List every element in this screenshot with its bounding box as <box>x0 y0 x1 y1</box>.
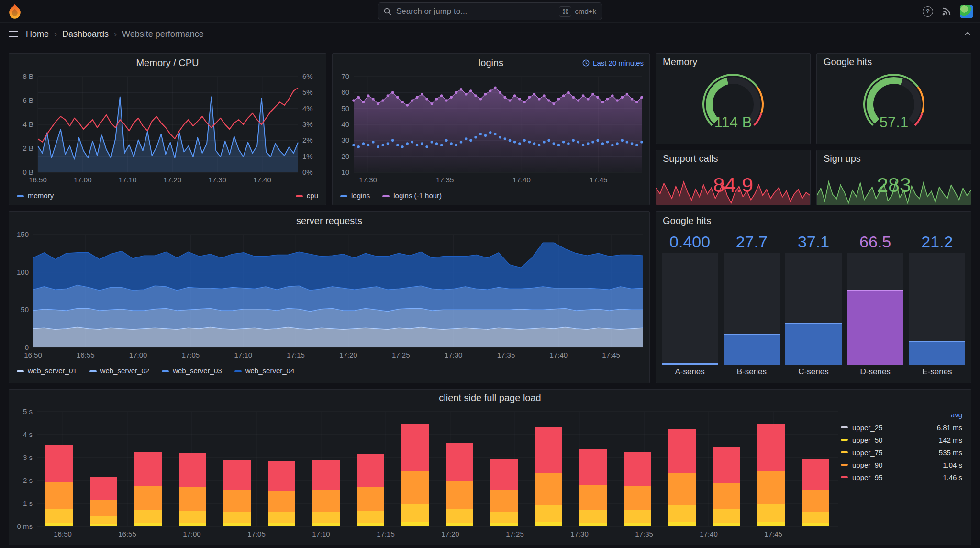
svg-text:17:20: 17:20 <box>339 351 357 359</box>
legend-item-upper_95[interactable]: upper_951.46 s <box>841 471 962 483</box>
breadcrumb-separator: › <box>114 29 117 39</box>
breadcrumb-current-dashboard: Website performance <box>122 29 204 39</box>
svg-text:0%: 0% <box>302 168 313 176</box>
logins-legend: loginslogins (-1 hour) <box>333 187 649 204</box>
panel-time-range[interactable]: Last 20 minutes <box>582 54 644 72</box>
legend-avg-value: 535 ms <box>939 448 962 457</box>
breadcrumb-home[interactable]: Home <box>26 29 49 39</box>
user-avatar[interactable] <box>960 5 973 18</box>
bar-gauge-label: B-series <box>724 365 780 379</box>
panel-title-google-hits[interactable]: Google hits <box>824 56 872 67</box>
menu-toggle-icon[interactable] <box>9 31 18 37</box>
svg-text:2 s: 2 s <box>23 476 33 484</box>
svg-text:4%: 4% <box>302 104 313 112</box>
panel-title-sign-ups[interactable]: Sign ups <box>824 153 861 164</box>
legend-item-web-server-03[interactable]: web_server_03 <box>162 367 222 375</box>
svg-text:17:20: 17:20 <box>441 530 459 538</box>
bar-gauge-b-series[interactable]: 27.7B-series <box>724 231 780 379</box>
svg-text:17:45: 17:45 <box>764 530 782 538</box>
svg-text:3%: 3% <box>302 120 313 128</box>
grafana-app: Search or jump to... ⌘ cmd+k ? Home <box>0 0 980 548</box>
client-load-chart[interactable]: 16:5016:5517:0017:0517:1017:1517:2017:25… <box>9 406 841 545</box>
bar-gauge-e-series[interactable]: 21.2E-series <box>909 231 965 379</box>
legend-swatch <box>296 195 303 197</box>
legend-item-memory[interactable]: memory <box>17 191 54 200</box>
legend-avg-value: 6.81 ms <box>937 424 962 432</box>
legend-item-upper_90[interactable]: upper_901.04 s <box>841 459 962 471</box>
bar-gauge-d-series[interactable]: 66.5D-series <box>847 231 903 379</box>
legend-item-upper_75[interactable]: upper_75535 ms <box>841 446 962 459</box>
svg-text:17:45: 17:45 <box>602 351 620 359</box>
legend-item-cpu[interactable]: cpu <box>296 191 318 200</box>
google-hits-bar-gauge: 0.400A-series27.7B-series37.1C-series66.… <box>656 230 971 383</box>
bar-gauge-track <box>847 253 903 365</box>
panel-title-server-requests[interactable]: server requests <box>296 215 362 226</box>
panel-title-memory[interactable]: Memory <box>663 56 697 67</box>
bar-gauge-fill <box>724 334 780 365</box>
bar-gauge-label: C-series <box>785 365 841 379</box>
svg-text:4 s: 4 s <box>23 430 33 438</box>
gauge-value: 57.1 <box>880 114 908 131</box>
panel-support-calls: Support calls 84.9 <box>656 150 811 205</box>
svg-text:17:05: 17:05 <box>247 530 266 538</box>
legend-item-upper_25[interactable]: upper_256.81 ms <box>841 421 962 434</box>
svg-text:17:40: 17:40 <box>550 351 568 359</box>
logins-chart[interactable]: 17:3017:3517:4017:4510203040506070 <box>333 72 649 187</box>
bar-gauge-a-series[interactable]: 0.400A-series <box>662 231 718 379</box>
legend-swatch <box>841 464 848 466</box>
svg-text:8 B: 8 B <box>22 72 33 80</box>
panel-title-support-calls[interactable]: Support calls <box>663 153 718 164</box>
legend-item-web-server-04[interactable]: web_server_04 <box>234 367 295 375</box>
search-input[interactable]: Search or jump to... ⌘ cmd+k <box>378 2 602 20</box>
svg-text:17:15: 17:15 <box>377 530 395 538</box>
client-load-legend: avgupper_256.81 msupper_50142 msupper_75… <box>841 406 970 545</box>
svg-text:0 B: 0 B <box>22 168 33 176</box>
svg-text:100: 100 <box>17 268 29 276</box>
panel-server-requests: server requests 16:5016:5517:0017:0517:1… <box>9 211 650 383</box>
legend-item-logins[interactable]: logins <box>340 191 370 200</box>
legend-series-name: upper_50 <box>852 436 882 444</box>
panel-title-logins[interactable]: logins <box>479 57 503 68</box>
legend-swatch <box>340 195 347 197</box>
legend-item-web-server-02[interactable]: web_server_02 <box>89 367 150 375</box>
sign-ups-value: 283 <box>817 167 971 203</box>
svg-text:17:30: 17:30 <box>208 176 226 184</box>
google-hits-gauge: 57.1 <box>817 70 971 144</box>
bar-gauge-value: 21.2 <box>909 231 965 253</box>
search-icon <box>384 8 391 15</box>
breadcrumb-dashboards[interactable]: Dashboards <box>62 29 109 39</box>
svg-text:40: 40 <box>341 120 349 128</box>
legend-swatch <box>162 370 169 372</box>
panel-title-client-load[interactable]: client side full page load <box>439 392 541 403</box>
breadcrumb: Home › Dashboards › Website performance <box>26 29 204 39</box>
memory-cpu-chart[interactable]: 16:5017:0017:1017:2017:3017:400 B2 B4 B6… <box>9 72 326 187</box>
legend-avg-value: 142 ms <box>939 436 962 444</box>
svg-text:70: 70 <box>341 72 349 80</box>
svg-text:5%: 5% <box>302 88 313 96</box>
bar-gauge-c-series[interactable]: 37.1C-series <box>785 231 841 379</box>
legend-avg-header: avg <box>841 411 962 419</box>
gauge-value: 114 B <box>714 114 752 131</box>
rss-icon[interactable] <box>942 7 951 16</box>
command-key-icon: ⌘ <box>559 6 571 17</box>
legend-item-web-server-01[interactable]: web_server_01 <box>17 367 77 375</box>
legend-item-logins-1-hour-[interactable]: logins (-1 hour) <box>382 191 442 200</box>
svg-text:17:10: 17:10 <box>312 530 330 538</box>
svg-text:2 B: 2 B <box>22 144 33 152</box>
legend-item-upper_50[interactable]: upper_50142 ms <box>841 434 962 446</box>
panel-google-hits-bars: Google hits 0.400A-series27.7B-series37.… <box>656 211 971 383</box>
panel-client-load: client side full page load 16:5016:5517:… <box>9 389 971 545</box>
legend-avg-value: 1.04 s <box>943 461 962 469</box>
panel-title-memory-cpu[interactable]: Memory / CPU <box>136 57 199 68</box>
svg-text:1%: 1% <box>302 152 313 160</box>
svg-text:16:50: 16:50 <box>24 351 42 359</box>
help-icon[interactable]: ? <box>923 6 933 17</box>
panel-title-google-hits-bars[interactable]: Google hits <box>663 215 711 226</box>
support-calls-value: 84.9 <box>656 167 810 203</box>
server-requests-chart[interactable]: 16:5016:5517:0017:0517:1017:1517:2017:25… <box>9 230 649 362</box>
caret-up-icon[interactable] <box>964 30 971 38</box>
svg-text:17:05: 17:05 <box>182 351 200 359</box>
grafana-logo[interactable] <box>7 3 23 20</box>
svg-text:2%: 2% <box>302 136 313 144</box>
legend-swatch <box>841 476 848 478</box>
